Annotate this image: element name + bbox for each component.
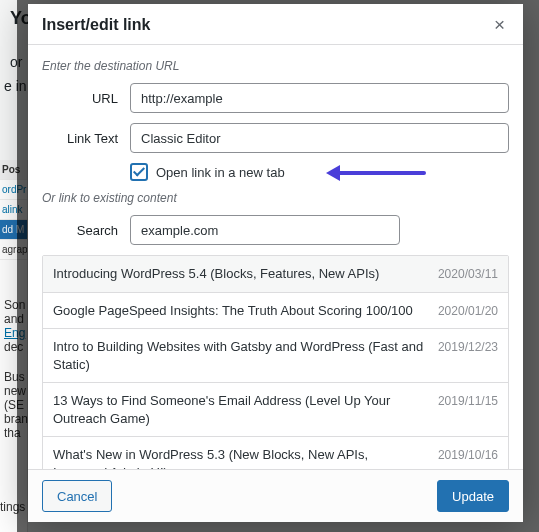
search-result-item[interactable]: Google PageSpeed Insights: The Truth Abo… — [43, 293, 508, 330]
insert-link-dialog: Insert/edit link × Enter the destination… — [28, 4, 523, 522]
result-title: What's New in WordPress 5.3 (New Blocks,… — [53, 446, 424, 469]
search-results-list: Introducing WordPress 5.4 (Blocks, Featu… — [42, 255, 509, 469]
url-input[interactable] — [130, 83, 509, 113]
newtab-checkbox[interactable] — [130, 163, 148, 181]
url-row: URL — [42, 83, 509, 113]
result-title: Intro to Building Websites with Gatsby a… — [53, 338, 424, 373]
cancel-button[interactable]: Cancel — [42, 480, 112, 512]
result-date: 2019/11/15 — [438, 392, 498, 427]
search-result-item[interactable]: 13 Ways to Find Someone's Email Address … — [43, 383, 508, 437]
close-icon[interactable]: × — [490, 14, 509, 36]
linktext-label: Link Text — [42, 131, 130, 146]
result-date: 2020/01/20 — [438, 302, 498, 320]
dialog-body: Enter the destination URL URL Link Text … — [28, 45, 523, 469]
search-row: Search — [42, 215, 509, 245]
search-input[interactable] — [130, 215, 400, 245]
result-date: 2020/03/11 — [438, 265, 498, 283]
result-title: Google PageSpeed Insights: The Truth Abo… — [53, 302, 424, 320]
annotation-arrow-icon — [326, 165, 426, 181]
search-result-item[interactable]: Introducing WordPress 5.4 (Blocks, Featu… — [43, 256, 508, 293]
url-label: URL — [42, 91, 130, 106]
linktext-row: Link Text — [42, 123, 509, 153]
newtab-label: Open link in a new tab — [156, 165, 285, 180]
result-title: 13 Ways to Find Someone's Email Address … — [53, 392, 424, 427]
search-result-item[interactable]: What's New in WordPress 5.3 (New Blocks,… — [43, 437, 508, 469]
linktext-input[interactable] — [130, 123, 509, 153]
newtab-row: Open link in a new tab — [130, 163, 509, 181]
search-result-item[interactable]: Intro to Building Websites with Gatsby a… — [43, 329, 508, 383]
dialog-footer: Cancel Update — [28, 469, 523, 522]
update-button[interactable]: Update — [437, 480, 509, 512]
result-title: Introducing WordPress 5.4 (Blocks, Featu… — [53, 265, 424, 283]
search-label: Search — [42, 223, 130, 238]
dialog-title: Insert/edit link — [42, 16, 150, 34]
section-destination-url: Enter the destination URL — [42, 59, 509, 73]
dialog-header: Insert/edit link × — [28, 4, 523, 45]
result-date: 2019/10/16 — [438, 446, 498, 469]
section-existing-content: Or link to existing content — [42, 191, 509, 205]
result-date: 2019/12/23 — [438, 338, 498, 373]
